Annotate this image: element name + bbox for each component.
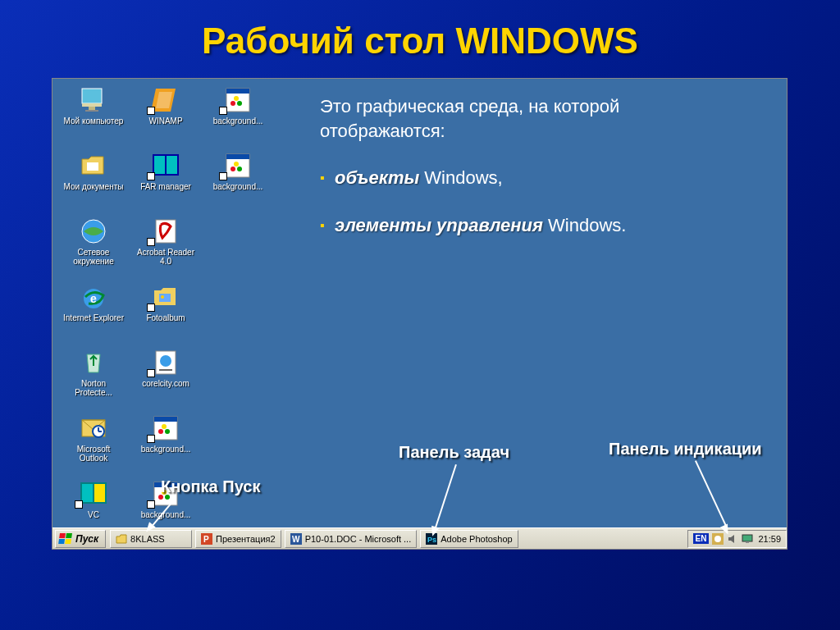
svg-rect-40 bbox=[82, 484, 93, 502]
svg-point-9 bbox=[237, 101, 242, 106]
svg-point-18 bbox=[237, 167, 242, 171]
background3-label: background... bbox=[141, 445, 191, 454]
corelcity-icon bbox=[151, 348, 180, 377]
task-presentation[interactable]: PПрезентация2 bbox=[195, 530, 281, 548]
language-indicator[interactable]: EN bbox=[693, 533, 710, 544]
outlook-label: Microsoft Outlook bbox=[62, 445, 125, 463]
task-8klass-label: 8KLASS bbox=[130, 534, 165, 544]
svg-rect-28 bbox=[159, 369, 172, 371]
corelcity-label: corelcity.com bbox=[142, 379, 189, 388]
desktop-icon-background3[interactable]: ↗background... bbox=[133, 413, 199, 472]
task-presentation-icon: P bbox=[201, 533, 212, 545]
far-manager-label: FAR manager bbox=[140, 182, 191, 191]
svg-point-17 bbox=[231, 167, 235, 171]
network-places-label: Сетевое окружение bbox=[62, 248, 125, 266]
desktop-icon-fotoalbum[interactable]: ↗Fotoalbum bbox=[133, 282, 199, 341]
desktop-icon-corelcity[interactable]: ↗corelcity.com bbox=[133, 348, 199, 407]
svg-point-38 bbox=[162, 424, 167, 429]
network-places-icon bbox=[79, 217, 108, 246]
outlook-icon bbox=[79, 413, 108, 443]
desktop-icon-outlook[interactable]: Microsoft Outlook bbox=[61, 413, 126, 472]
background4-label: background... bbox=[141, 510, 191, 519]
bullet-objects-rest: Windows, bbox=[419, 167, 502, 188]
svg-text:W: W bbox=[292, 535, 300, 544]
my-documents-label: Мои документы bbox=[64, 182, 124, 191]
desktop-icon-norton-protected[interactable]: Norton Protecte... bbox=[61, 348, 126, 407]
norton-protected-label: Norton Protecte... bbox=[62, 379, 125, 397]
desktop-icon-my-computer[interactable]: Мой компьютер bbox=[61, 85, 126, 144]
shortcut-arrow-icon: ↗ bbox=[147, 238, 155, 246]
background2-label: background... bbox=[213, 182, 263, 191]
desktop-icon-far-manager[interactable]: ↗FAR manager bbox=[133, 151, 199, 210]
shortcut-arrow-icon: ↗ bbox=[75, 500, 83, 509]
desktop-icon-winamp[interactable]: ↗WINAMP bbox=[133, 85, 199, 144]
svg-rect-16 bbox=[226, 154, 249, 159]
desktop-icon-internet-explorer[interactable]: eInternet Explorer bbox=[61, 282, 126, 341]
svg-rect-7 bbox=[226, 89, 249, 94]
bullet-controls-em: элементы управления bbox=[335, 215, 543, 235]
desktop-icon-acrobat-reader[interactable]: ↗Acrobat Reader 4.0 bbox=[133, 217, 199, 276]
desktop-icons-area: Мой компьютер↗WINAMP↗background...Мои до… bbox=[57, 84, 274, 543]
desktop-icon-background1[interactable]: ↗background... bbox=[205, 85, 271, 144]
svg-point-10 bbox=[234, 96, 239, 101]
shortcut-arrow-icon: ↗ bbox=[147, 369, 155, 377]
shortcut-arrow-icon: ↗ bbox=[219, 107, 227, 115]
tray-icon-display[interactable] bbox=[742, 533, 753, 545]
internet-explorer-icon: e bbox=[79, 282, 108, 312]
desktop-icon-background2[interactable]: ↗background... bbox=[205, 151, 271, 210]
task-presentation-label: Презентация2 bbox=[216, 534, 276, 544]
task-word-label: P10-01.DOC - Microsoft ... bbox=[305, 534, 412, 544]
svg-rect-14 bbox=[167, 156, 177, 174]
task-8klass-icon bbox=[116, 533, 127, 545]
far-manager-icon bbox=[151, 151, 180, 180]
background3-icon bbox=[151, 413, 180, 443]
norton-protected-icon bbox=[79, 348, 108, 377]
winamp-icon bbox=[151, 85, 180, 115]
background1-icon bbox=[223, 85, 253, 115]
svg-rect-13 bbox=[154, 156, 165, 174]
acrobat-reader-icon bbox=[151, 217, 180, 246]
task-word-icon: W bbox=[290, 533, 302, 545]
svg-rect-41 bbox=[94, 484, 105, 502]
background2-icon bbox=[223, 151, 253, 180]
tray-icon-1[interactable] bbox=[712, 533, 724, 545]
svg-point-25 bbox=[161, 295, 164, 299]
my-computer-label: Мой компьютер bbox=[64, 116, 124, 126]
vc-label: VC bbox=[88, 510, 99, 519]
svg-rect-3 bbox=[85, 110, 98, 112]
background1-label: background... bbox=[213, 116, 263, 126]
callout-start-button: Кнопка Пуск bbox=[161, 477, 260, 496]
vc-icon bbox=[79, 479, 108, 509]
shortcut-arrow-icon: ↗ bbox=[147, 435, 155, 443]
fotoalbum-icon bbox=[151, 282, 180, 312]
desktop-icon-network-places[interactable]: Сетевое окружение bbox=[61, 217, 126, 276]
shortcut-arrow-icon: ↗ bbox=[147, 500, 155, 509]
svg-point-19 bbox=[234, 162, 239, 167]
fotoalbum-label: Fotoalbum bbox=[146, 313, 185, 322]
shortcut-arrow-icon: ↗ bbox=[219, 172, 227, 180]
clock: 21:59 bbox=[758, 534, 781, 544]
svg-rect-0 bbox=[82, 89, 102, 103]
tray-icon-volume[interactable] bbox=[727, 533, 738, 545]
svg-rect-1 bbox=[82, 103, 102, 107]
internet-explorer-label: Internet Explorer bbox=[63, 313, 124, 322]
svg-marker-55 bbox=[728, 535, 734, 543]
shortcut-arrow-icon: ↗ bbox=[147, 304, 155, 312]
task-word[interactable]: WP10-01.DOC - Microsoft ... bbox=[285, 530, 418, 548]
svg-rect-24 bbox=[159, 294, 171, 302]
slide-title: Рабочий стол WINDOWS bbox=[0, 0, 840, 73]
task-photoshop-label: Adobe Photoshop bbox=[441, 534, 512, 544]
start-button-label: Пуск bbox=[75, 533, 98, 545]
system-tray: EN 21:59 bbox=[687, 530, 787, 548]
bullet-objects: объекты Windows, bbox=[320, 166, 746, 190]
my-documents-icon bbox=[79, 151, 108, 180]
bullet-objects-em: объекты bbox=[335, 167, 419, 188]
acrobat-reader-label: Acrobat Reader 4.0 bbox=[135, 248, 197, 266]
start-button[interactable]: Пуск bbox=[55, 530, 106, 548]
svg-point-36 bbox=[158, 429, 163, 434]
desktop-icon-my-documents[interactable]: Мои документы bbox=[61, 151, 126, 210]
svg-rect-35 bbox=[154, 417, 177, 422]
svg-point-54 bbox=[714, 536, 721, 542]
svg-rect-57 bbox=[746, 541, 749, 543]
svg-rect-11 bbox=[87, 162, 98, 171]
